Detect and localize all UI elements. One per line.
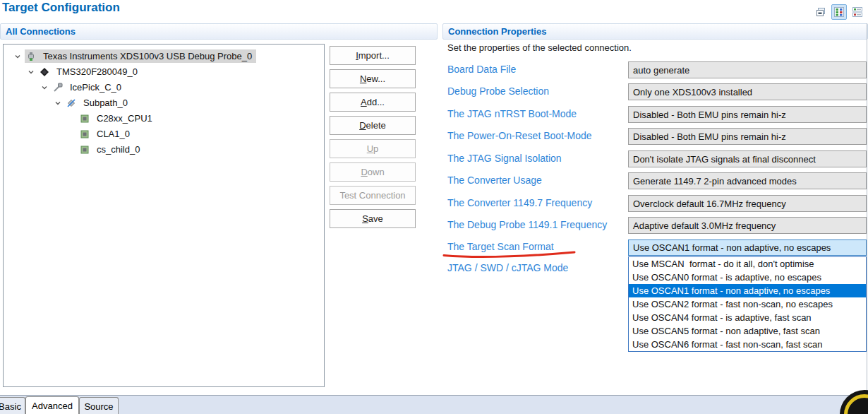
add-button[interactable]: Add... (330, 93, 416, 112)
tree-item-label: C28xx_CPU1 (97, 113, 152, 124)
minimize-view-icon[interactable] (813, 4, 828, 20)
tree-item-cs-child[interactable]: cs_child_0 (78, 142, 144, 157)
view-toolbar (813, 4, 865, 20)
import-button[interactable]: Import... (330, 46, 416, 65)
target-scan-format-dropdown: Use MSCAN format - do it all, don't opti… (628, 256, 867, 352)
cpu-icon (80, 129, 90, 139)
all-connections-header: All Connections (0, 23, 438, 40)
dropdown-option[interactable]: Use OSCAN2 format - fast non-scan, no es… (629, 297, 866, 311)
test-connection-button[interactable]: Test Connection (330, 186, 416, 205)
prop-label-converter-usage: The Converter Usage (447, 175, 542, 186)
prop-value-board-data-file[interactable]: auto generate (628, 61, 867, 78)
dropdown-option[interactable]: Use OSCAN5 format - non adaptive, fast s… (629, 324, 866, 338)
tab-source[interactable]: Source (79, 397, 119, 414)
tree-item-debug-probe[interactable]: Texas Instruments XDS100v3 USB Debug Pro… (13, 49, 256, 64)
all-connections-title: All Connections (6, 26, 76, 37)
prop-label-board-data-file: Board Data File (447, 64, 516, 75)
subpath-icon (66, 98, 76, 108)
prop-value-jtag-signal-isolation[interactable]: Don't isolate JTAG signals at final disc… (628, 150, 867, 167)
chip-icon (40, 67, 49, 77)
dropdown-option[interactable]: Use OSCAN6 format - fast non-scan, fast … (629, 338, 866, 351)
save-button[interactable]: Save (330, 209, 416, 228)
dropdown-option[interactable]: Use OSCAN1 format - non adaptive, no esc… (629, 284, 866, 297)
prop-value-debug-probe-frequency[interactable]: Adaptive default 3.0MHz frequency (628, 217, 867, 234)
cpu-icon (80, 114, 90, 124)
prop-label-jtag-signal-isolation: The JTAG Signal Isolation (447, 153, 562, 164)
connections-tree: Texas Instruments XDS100v3 USB Debug Pro… (3, 44, 325, 387)
chevron-down-icon[interactable] (40, 83, 49, 92)
cpu-icon (80, 145, 90, 155)
down-button[interactable]: Down (330, 162, 416, 182)
page-title: Target Configuration (2, 1, 120, 15)
prop-value-jtag-ntrst-boot-mode[interactable]: Disabled - Both EMU pins remain hi-z (628, 106, 867, 123)
dropdown-option[interactable]: Use OSCAN0 format - is adaptive, no esca… (629, 271, 866, 284)
tree-item-subpath[interactable]: Subpath_0 (54, 95, 132, 110)
tree-item-label: TMS320F280049_0 (56, 66, 138, 77)
connection-properties-header: Connection Properties (442, 23, 868, 40)
icepick-icon (53, 83, 63, 93)
dropdown-option[interactable]: Use OSCAN4 format - is adaptive, fast sc… (629, 311, 866, 324)
panel-right-border (867, 23, 867, 392)
tree-item-label: Texas Instruments XDS100v3 USB Debug Pro… (43, 51, 252, 61)
prop-label-jtag-ntrst-boot-mode: The JTAG nTRST Boot-Mode (447, 108, 577, 119)
probe-icon (26, 52, 36, 61)
tab-basic[interactable]: Basic (0, 397, 25, 414)
delete-button[interactable]: Delete (330, 116, 416, 135)
tree-item-device[interactable]: TMS320F280049_0 (27, 64, 142, 79)
target-scan-format-combo[interactable]: Use OSCAN1 format - non adaptive, no esc… (628, 239, 867, 256)
tab-advanced[interactable]: Advanced (25, 396, 79, 414)
new-button[interactable]: New... (330, 69, 416, 88)
prop-label-power-on-reset-boot-mode: The Power-On-Reset Boot-Mode (447, 130, 592, 141)
connection-properties-description: Set the properties of the selected conne… (447, 42, 632, 53)
editor-tab-bar: Basic Advanced Source (0, 395, 868, 414)
watermark-logo (840, 390, 868, 414)
prop-label-converter-frequency: The Converter 1149.7 Frequency (447, 197, 592, 208)
chevron-down-icon[interactable] (27, 68, 35, 76)
prop-label-jtag-swd-cjtag-mode: JTAG / SWD / cJTAG Mode (447, 262, 568, 273)
tree-item-label: CLA1_0 (97, 129, 130, 139)
red-underline-annotation (442, 249, 577, 259)
prop-label-debug-probe-selection: Debug Probe Selection (447, 85, 549, 97)
tree-item-cpu1[interactable]: C28xx_CPU1 (78, 111, 157, 126)
up-button[interactable]: Up (330, 139, 416, 158)
tree-item-label: Subpath_0 (83, 97, 128, 108)
chevron-down-icon[interactable] (54, 99, 62, 107)
tree-item-label: cs_child_0 (97, 144, 140, 155)
connection-properties-title: Connection Properties (448, 26, 546, 37)
prop-value-converter-frequency[interactable]: Overclock default 16.7MHz frequency (628, 195, 867, 212)
tree-item-label: IcePick_C_0 (70, 82, 121, 93)
chevron-down-icon[interactable] (13, 52, 22, 61)
watermark-yellow-ring (844, 394, 868, 414)
prop-value-debug-probe-selection[interactable]: Only one XDS100v3 installed (628, 83, 867, 100)
list-layout-icon[interactable] (850, 4, 865, 20)
tree-item-icepick[interactable]: IcePick_C_0 (40, 80, 126, 95)
prop-value-converter-usage[interactable]: Generate 1149.7 2-pin advanced modes (628, 172, 867, 189)
tree-item-cla1[interactable]: CLA1_0 (78, 126, 134, 141)
dropdown-option[interactable]: Use MSCAN format - do it all, don't opti… (629, 257, 866, 271)
prop-label-debug-probe-frequency: The Debug Probe 1149.1 Frequency (447, 219, 607, 230)
grid-layout-icon[interactable] (831, 4, 847, 20)
prop-value-power-on-reset-boot-mode[interactable]: Disabled - Both EMU pins remain hi-z (628, 128, 867, 145)
target-configuration-editor: Target Configuration All Connections Con… (0, 0, 868, 414)
